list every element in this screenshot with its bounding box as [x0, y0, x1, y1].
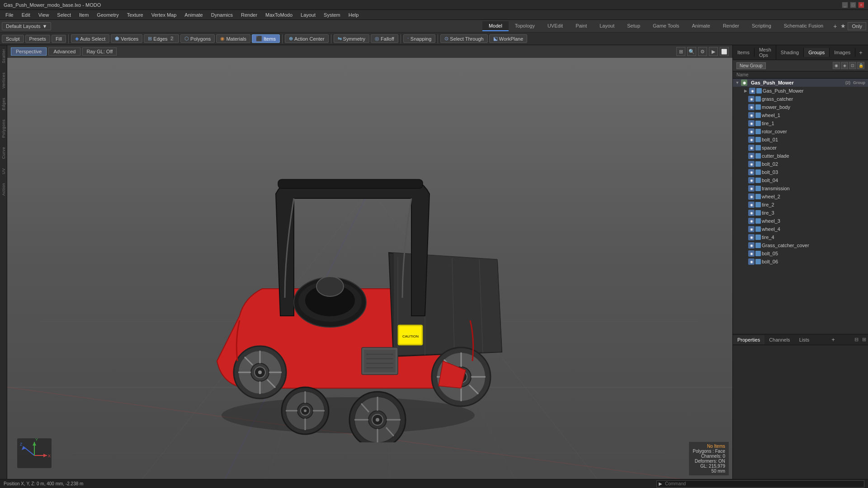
item-eye-icon[interactable]: ◉: [748, 242, 755, 249]
action-center-button[interactable]: ⊕ Action Center: [285, 34, 329, 43]
menu-texture[interactable]: Texture: [123, 11, 147, 19]
snapping-button[interactable]: ⋅ Snapping: [403, 34, 436, 43]
select-through-button[interactable]: ⊙ Select Through: [440, 34, 487, 43]
tab-game-tools[interactable]: Game Tools: [646, 21, 686, 31]
panel-tab-mesh-ops[interactable]: Mesh Ops: [755, 45, 776, 60]
item-eye-icon[interactable]: ◉: [748, 145, 755, 151]
panel-add-tab-button[interactable]: +: [855, 47, 866, 58]
group-render-icon[interactable]: ◈: [841, 62, 848, 69]
tab-render[interactable]: Render: [717, 21, 745, 31]
menu-help[interactable]: Help: [345, 11, 363, 19]
tree-item-wheel-2[interactable]: ◉ wheel_2: [733, 192, 868, 201]
tree-expand-icon[interactable]: ▼: [735, 80, 740, 85]
close-button[interactable]: ×: [858, 2, 864, 8]
bottom-popout-icon[interactable]: ⊟: [853, 336, 860, 343]
viewport-tab-advanced[interactable]: Advanced: [48, 47, 80, 56]
item-eye-icon[interactable]: ◉: [748, 234, 755, 240]
item-eye-icon[interactable]: ◉: [748, 96, 755, 102]
menu-geometry[interactable]: Geometry: [93, 11, 122, 19]
group-wire-icon[interactable]: ⊡: [849, 62, 856, 69]
panel-tab-groups[interactable]: Groups: [804, 48, 830, 57]
menu-system[interactable]: System: [320, 11, 344, 19]
tab-setup[interactable]: Setup: [621, 21, 646, 31]
tab-model[interactable]: Model: [482, 21, 509, 31]
vert-tab-scatter[interactable]: Scatter: [1, 49, 6, 63]
viewport-settings-icon[interactable]: ⚙: [698, 47, 707, 56]
bottom-expand-icon[interactable]: ⊞: [860, 336, 868, 343]
item-eye-icon[interactable]: ◉: [748, 128, 755, 135]
bottom-tab-properties[interactable]: Properties: [733, 335, 764, 344]
item-eye-icon[interactable]: ◉: [748, 161, 755, 167]
materials-button[interactable]: ◉ Materials: [216, 34, 250, 43]
tree-item-bolt-04[interactable]: ◉ bolt_04: [733, 176, 868, 184]
minimize-button[interactable]: _: [842, 2, 848, 8]
command-input-area[interactable]: ▶: [656, 480, 864, 488]
menu-view[interactable]: View: [35, 11, 53, 19]
command-input[interactable]: [664, 481, 864, 487]
items-tree[interactable]: ▼ ◉ Gas_Push_Mower (2) Group ▶ ◉ Gas_Pus…: [733, 79, 868, 334]
edges-button[interactable]: ⊞ Edges 2: [144, 34, 179, 43]
panel-tab-shading[interactable]: Shading: [776, 48, 804, 57]
item-eye-icon[interactable]: ◉: [748, 120, 755, 127]
item-eye-icon[interactable]: ◉: [748, 202, 755, 208]
tree-item-bolt-05[interactable]: ◉ bolt_05: [733, 249, 868, 258]
menu-layout[interactable]: Layout: [297, 11, 319, 19]
tree-item-bolt-01[interactable]: ◉ bolt_01: [733, 136, 868, 144]
tree-item-grass-catcher-cover[interactable]: ◉ Grass_catcher_cover: [733, 241, 868, 249]
vert-tab-edges[interactable]: Edges: [1, 98, 6, 110]
panel-tab-images[interactable]: Images: [830, 48, 855, 57]
tree-item-wheel-4[interactable]: ◉ wheel_4: [733, 225, 868, 233]
item-eye-icon[interactable]: ◉: [748, 258, 755, 265]
menu-render[interactable]: Render: [237, 11, 261, 19]
menu-file[interactable]: File: [2, 11, 17, 19]
tab-uvedit[interactable]: UVEdit: [541, 21, 569, 31]
tab-topology[interactable]: Topology: [509, 21, 541, 31]
tree-item-group-root[interactable]: ▼ ◉ Gas_Push_Mower (2) Group: [733, 79, 868, 87]
item-eye-icon[interactable]: ◉: [748, 104, 755, 110]
items-button[interactable]: ⬛ Items: [252, 34, 280, 43]
menu-edit[interactable]: Edit: [18, 11, 34, 19]
viewport-3d[interactable]: Perspective Advanced Ray GL: Off ⊞ 🔍 ⚙ ▶…: [7, 45, 732, 479]
add-tab-button[interactable]: +: [830, 21, 840, 32]
vertices-button[interactable]: ⬟ Vertices: [111, 34, 142, 43]
item-eye-icon[interactable]: ◉: [748, 210, 755, 216]
tab-animate[interactable]: Animate: [686, 21, 717, 31]
item-eye-icon[interactable]: ◉: [748, 226, 755, 232]
item-eye-icon[interactable]: ◉: [748, 250, 755, 257]
menu-item[interactable]: Item: [75, 11, 92, 19]
tree-subexpand-icon[interactable]: ▶: [743, 88, 748, 94]
tree-item-tire-4[interactable]: ◉ tire_4: [733, 233, 868, 241]
menu-dynamics[interactable]: Dynamics: [208, 11, 236, 19]
bottom-tab-channels[interactable]: Channels: [764, 335, 794, 344]
menu-vertex-map[interactable]: Vertex Map: [148, 11, 180, 19]
default-layouts-button[interactable]: Default Layouts ▼: [2, 22, 51, 30]
tree-item-bolt-02[interactable]: ◉ bolt_02: [733, 160, 868, 168]
item-eye-icon[interactable]: ◉: [748, 185, 755, 192]
viewport-expand-icon[interactable]: ⬜: [720, 47, 729, 56]
item-eye-icon[interactable]: ◉: [748, 177, 755, 183]
tree-item-gas-push-mower[interactable]: ▶ ◉ Gas_Push_Mower: [733, 87, 868, 95]
item-eye-icon[interactable]: ◉: [748, 112, 755, 118]
tab-schematic-fusion[interactable]: Schematic Fusion: [778, 21, 830, 31]
item-eye-icon[interactable]: ◉: [748, 153, 755, 159]
fill-button[interactable]: Fill: [52, 35, 66, 43]
tree-item-rotor-cover[interactable]: ◉ rotor_cover: [733, 127, 868, 136]
tree-item-bolt-03[interactable]: ◉ bolt_03: [733, 168, 868, 176]
bottom-add-tab-button[interactable]: +: [828, 334, 839, 345]
tree-item-bolt-06[interactable]: ◉ bolt_06: [733, 258, 868, 266]
tree-item-grass-catcher[interactable]: ◉ grass_catcher: [733, 95, 868, 103]
menu-animate[interactable]: Animate: [181, 11, 206, 19]
tree-item-transmission[interactable]: ◉ transmission: [733, 184, 868, 192]
vert-tab-uv[interactable]: UV: [1, 168, 6, 174]
tree-item-wheel-3[interactable]: ◉ wheel_3: [733, 217, 868, 225]
viewport-tab-perspective[interactable]: Perspective: [11, 47, 47, 56]
maximize-button[interactable]: □: [850, 2, 856, 8]
panel-tab-items[interactable]: Items: [733, 48, 755, 57]
vert-tab-curve[interactable]: Curve: [1, 147, 6, 159]
tab-paint[interactable]: Paint: [569, 21, 593, 31]
workplane-button[interactable]: ⬕ WorkPlane: [489, 34, 528, 43]
tree-item-wheel-1[interactable]: ◉ wheel_1: [733, 111, 868, 119]
viewport-zoom-icon[interactable]: 🔍: [687, 47, 696, 56]
group-eye-icon[interactable]: ◉: [833, 62, 840, 69]
tree-item-cutter-blade[interactable]: ◉ cutter_blade: [733, 152, 868, 160]
